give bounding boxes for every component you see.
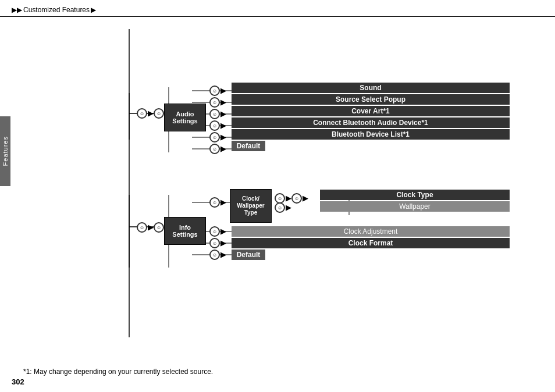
breadcrumb-arrows: ▶▶ xyxy=(12,6,22,14)
audio-r6-icon: ☺ xyxy=(209,144,220,154)
audio-icon-2: ☺ xyxy=(154,108,164,119)
breadcrumb-trailing-arrow: ▶ xyxy=(91,6,96,14)
info-ca-icons: ☺ ▶ xyxy=(209,226,226,237)
clock-wallpaper-box: Clock/ Wallpaper Type xyxy=(230,189,272,223)
cw-icon-2: ☺ xyxy=(291,193,302,204)
audio-row-3-icons: ☺ ▶ xyxy=(209,109,226,119)
info-cf-icon: ☺ xyxy=(209,238,220,248)
audio-r4-icon: ☺ xyxy=(209,120,220,131)
audio-row-4-icons: ☺ ▶ xyxy=(209,120,226,131)
diagram-area: ☺ ▶ ☺ ▶ Audio Settings ☺ ▶ ☺ ▶ ☺ ▶ ☺ ▶ ☺… xyxy=(23,23,543,357)
info-settings-box: Info Settings xyxy=(164,217,206,245)
source-select-bar: Source Select Popup xyxy=(232,94,510,105)
info-def-icon: ☺ xyxy=(209,250,220,260)
cw-wp-icon: ☺ xyxy=(275,202,285,213)
info-icon-2: ☺ xyxy=(154,222,164,233)
audio-settings-box: Audio Settings xyxy=(164,104,206,131)
clock-format-bar: Clock Format xyxy=(232,238,510,248)
audio-row-2-icons: ☺ ▶ xyxy=(209,97,226,108)
sidebar-features-label: Features xyxy=(0,116,10,186)
audio-r5-icon: ☺ xyxy=(209,132,220,142)
audio-row-6-icons: ☺ ▶ xyxy=(209,144,226,154)
connect-bluetooth-bar: Connect Bluetooth Audio Device*1 xyxy=(232,117,510,128)
breadcrumb: ▶▶ Customized Features ▶ xyxy=(12,6,96,14)
page-number: 302 xyxy=(12,377,24,386)
audio-r3-icon: ☺ xyxy=(209,109,220,119)
clock-adjustment-bar: Clock Adjustment xyxy=(232,226,510,237)
top-divider xyxy=(0,16,555,17)
info-cf-icons: ☺ ▶ xyxy=(209,238,226,248)
audio-row-5-icons: ☺ ▶ xyxy=(209,132,226,142)
audio-default-btn: Default xyxy=(232,141,265,151)
breadcrumb-text: Customized Features xyxy=(23,6,90,14)
info-default-btn: Default xyxy=(232,250,265,260)
clock-type-bar: Clock Type xyxy=(320,190,510,200)
wallpaper-bar: Wallpaper xyxy=(320,201,510,212)
info-cw-icons: ☺ ▶ xyxy=(209,197,226,208)
cover-art-bar: Cover Art*1 xyxy=(232,106,510,116)
audio-icon-1: ☺ xyxy=(137,108,147,119)
footnote: *1: May change depending on your current… xyxy=(23,368,213,376)
info-def-icons: ☺ ▶ xyxy=(209,250,226,260)
audio-r2-icon: ☺ xyxy=(209,97,220,108)
audio-r1-icon: ☺ xyxy=(209,85,220,96)
info-icon-1: ☺ xyxy=(137,222,147,233)
cw-wallpaper-icon: ☺ ▶ xyxy=(275,202,291,213)
info-cw-icon: ☺ xyxy=(209,197,220,208)
bluetooth-list-bar: Bluetooth Device List*1 xyxy=(232,129,510,140)
info-ca-icon: ☺ xyxy=(209,226,220,237)
sound-bar: Sound xyxy=(232,83,510,93)
audio-row-1-icons: ☺ ▶ xyxy=(209,85,226,96)
